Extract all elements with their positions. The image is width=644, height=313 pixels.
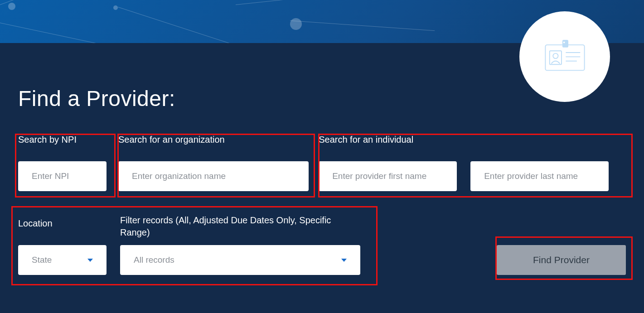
npi-input[interactable]: [18, 161, 107, 191]
label-location: Location: [18, 217, 120, 230]
chevron-down-icon: [87, 259, 93, 262]
svg-rect-0: [545, 45, 584, 70]
filter-records-select[interactable]: All records: [120, 245, 360, 275]
svg-point-2: [562, 41, 565, 43]
chevron-down-icon: [341, 259, 347, 262]
group-location: Location State: [18, 204, 120, 275]
location-select[interactable]: State: [18, 245, 107, 275]
group-search-organization: Search for an organization: [118, 134, 316, 191]
id-badge-icon: [543, 39, 586, 75]
svg-rect-3: [549, 51, 561, 64]
provider-first-name-input[interactable]: [319, 161, 457, 191]
label-search-individual: Search for an individual: [319, 134, 626, 146]
find-provider-button[interactable]: Find Provider: [497, 245, 626, 275]
organization-name-input[interactable]: [118, 161, 309, 191]
group-filter-records: Filter records (All, Adjusted Due Dates …: [120, 214, 365, 275]
filter-selected-value: All records: [134, 255, 174, 265]
label-search-npi: Search by NPI: [18, 134, 118, 146]
search-panel: Find a Provider: Search by NPI Search fo…: [0, 43, 644, 313]
group-search-individual: Search for an individual: [319, 134, 626, 191]
svg-point-4: [553, 53, 558, 58]
provider-last-name-input[interactable]: [470, 161, 609, 191]
group-search-npi: Search by NPI: [18, 134, 118, 191]
id-badge-circle: [519, 11, 610, 102]
label-search-organization: Search for an organization: [118, 134, 316, 146]
label-filter-records: Filter records (All, Adjusted Due Dates …: [120, 214, 333, 239]
location-selected-value: State: [32, 255, 52, 265]
